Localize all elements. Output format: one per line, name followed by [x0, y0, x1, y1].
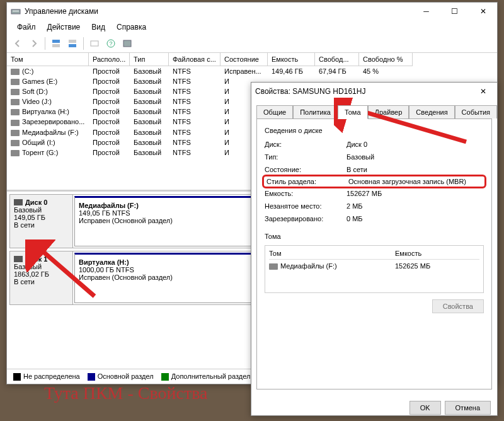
col-fs[interactable]: Файловая с...: [169, 53, 220, 66]
help-button[interactable]: ?: [104, 37, 118, 50]
svg-rect-3: [52, 44, 60, 47]
volume-icon: [11, 99, 20, 105]
disk-icon: [14, 256, 23, 262]
volume-icon: [11, 140, 20, 146]
menu-file[interactable]: Файл: [12, 21, 41, 33]
forward-button[interactable]: [27, 37, 41, 50]
volume-icon: [11, 89, 20, 95]
info-row: Зарезервировано:0 МБ: [265, 212, 484, 225]
tab-content: Сведения о диске Диск:Диск 0Тип:БазовыйС…: [256, 118, 492, 389]
col-freepct[interactable]: Свободно %: [359, 53, 413, 66]
volume-icon: [11, 130, 20, 136]
ok-button[interactable]: OK: [410, 401, 441, 415]
minimize-button[interactable]: ─: [412, 3, 440, 20]
svg-rect-9: [123, 40, 131, 47]
dialog-title: Свойства: SAMSUNG HD161HJ: [255, 87, 365, 96]
disk-icon: [14, 199, 23, 205]
info-row: Незанятое место:2 МБ: [265, 200, 484, 212]
col-volume[interactable]: Том: [7, 53, 89, 66]
volume-properties-button[interactable]: Свойства: [432, 299, 484, 313]
tab-strip: Общие Политика Тома Драйвер Сведения Соб…: [251, 100, 497, 118]
table-row[interactable]: (C:)ПростойБазовыйNTFSИсправен...149,46 …: [7, 66, 497, 76]
maximize-button[interactable]: ☐: [440, 3, 469, 20]
svg-rect-4: [69, 40, 76, 43]
titlebar[interactable]: Управление дисками ─ ☐ ✕: [7, 3, 497, 20]
dialog-titlebar[interactable]: Свойства: SAMSUNG HD161HJ ✕: [251, 83, 497, 100]
svg-rect-1: [13, 11, 19, 11]
volume-icon: [11, 79, 20, 85]
info-row: Состояние:В сети: [265, 163, 484, 176]
legend-swatch-primary: [88, 373, 95, 381]
view-bottom-button[interactable]: [66, 37, 79, 50]
window-title: Управление дисками: [25, 7, 98, 16]
info-row: Емкость:152627 МБ: [265, 187, 484, 200]
volume-icon: [11, 150, 20, 156]
tab-volumes[interactable]: Тома: [338, 105, 368, 119]
vol-row[interactable]: Медиафайлы (F:) 152625 МБ: [269, 260, 479, 289]
volumes-list[interactable]: Том Емкость Медиафайлы (F:) 152625 МБ: [265, 245, 484, 293]
disk-info[interactable]: Диск 1Базовый1863,02 ГБВ сети: [10, 251, 73, 304]
col-layout[interactable]: Располо...: [89, 53, 130, 66]
menu-action[interactable]: Действие: [42, 21, 86, 33]
info-row: Тип:Базовый: [265, 151, 484, 163]
volume-icon: [11, 69, 20, 75]
dialog-close-button[interactable]: ✕: [469, 83, 497, 100]
col-free[interactable]: Свобод...: [315, 53, 359, 66]
vol-col-tom[interactable]: Том: [269, 250, 395, 257]
svg-rect-5: [69, 44, 76, 47]
legend-swatch-unalloc: [13, 373, 21, 381]
tab-driver[interactable]: Драйвер: [368, 105, 410, 118]
col-type[interactable]: Тип: [130, 53, 169, 66]
app-icon: [11, 6, 21, 16]
table-header[interactable]: Том Располо... Тип Файловая с... Состоян…: [7, 53, 497, 66]
annotation-text: Тута ПКМ - Свойства: [44, 383, 207, 403]
volume-icon: [269, 263, 278, 270]
svg-rect-0: [11, 9, 20, 14]
toolbar: ?: [7, 34, 497, 53]
svg-rect-6: [91, 41, 98, 46]
col-capacity[interactable]: Емкость: [268, 53, 315, 66]
view-top-button[interactable]: [49, 37, 63, 50]
menu-view[interactable]: Вид: [86, 21, 110, 33]
back-button[interactable]: [11, 37, 25, 50]
settings-button[interactable]: [120, 37, 134, 50]
volume-icon: [11, 109, 20, 115]
info-row: Стиль раздела:Основная загрузочная запис…: [262, 175, 486, 188]
tab-policy[interactable]: Политика: [293, 105, 338, 118]
svg-text:?: ?: [109, 40, 112, 47]
tab-events[interactable]: События: [455, 105, 497, 118]
menu-help[interactable]: Справка: [112, 21, 151, 33]
col-status[interactable]: Состояние: [220, 53, 268, 66]
refresh-button[interactable]: [88, 37, 101, 50]
volumes-heading: Тома: [265, 233, 484, 240]
svg-rect-2: [52, 40, 60, 43]
properties-dialog: Свойства: SAMSUNG HD161HJ ✕ Общие Полити…: [251, 82, 498, 416]
disk-info[interactable]: Диск 0Базовый149,05 ГБВ сети: [10, 195, 73, 248]
vol-col-emk[interactable]: Емкость: [395, 250, 421, 257]
disk-info-heading: Сведения о диске: [265, 127, 484, 134]
tab-details[interactable]: Сведения: [409, 105, 454, 118]
volume-icon: [11, 120, 20, 126]
info-row: Диск:Диск 0: [265, 138, 484, 151]
legend-swatch-extended: [161, 373, 169, 381]
menubar: Файл Действие Вид Справка: [7, 20, 497, 34]
cancel-button[interactable]: Отмена: [445, 401, 491, 415]
close-button[interactable]: ✕: [469, 3, 497, 20]
tab-general[interactable]: Общие: [256, 105, 293, 118]
